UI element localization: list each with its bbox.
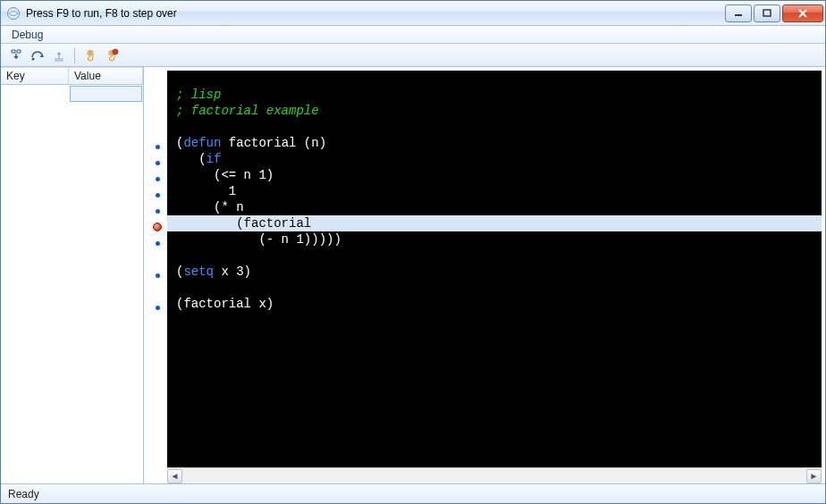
fold-marker-icon (156, 145, 160, 149)
gutter-row[interactable] (148, 235, 167, 251)
column-key[interactable]: Key (1, 67, 69, 85)
keyword-text: if (206, 152, 222, 166)
gutter-row[interactable] (148, 74, 167, 90)
gutter-row[interactable] (148, 155, 167, 171)
editor-area: ; lisp; factorial example(defun factoria… (144, 67, 825, 483)
column-value[interactable]: Value (69, 67, 143, 85)
code-area[interactable]: ; lisp; factorial example(defun factoria… (167, 71, 822, 467)
code-line[interactable]: (factorial (167, 215, 822, 231)
keyword-text: setq (183, 265, 214, 279)
fold-marker-icon (156, 306, 160, 310)
status-text: Ready (8, 488, 39, 500)
code-text: factorial (n) (221, 136, 326, 150)
stop-hand-button[interactable] (102, 46, 122, 65)
code-line[interactable]: (if (167, 151, 822, 167)
code-line[interactable]: (defun factorial (n) (167, 135, 822, 151)
fold-marker-icon (156, 161, 160, 165)
code-text: (factorial (176, 216, 311, 231)
variable-value-cell[interactable] (69, 85, 143, 103)
code-line[interactable] (167, 119, 822, 135)
window-title: Press F9 to run, F8 to step over (26, 7, 718, 20)
editor-scroll[interactable]: ; lisp; factorial example(defun factoria… (144, 67, 825, 467)
code-line[interactable]: (<= n 1) (167, 167, 822, 183)
variables-body (1, 85, 143, 483)
variable-value-input[interactable] (70, 86, 142, 102)
svg-rect-4 (55, 59, 63, 61)
gutter-row[interactable] (148, 171, 167, 187)
variables-header: Key Value (1, 67, 143, 85)
gutter-row[interactable] (148, 251, 167, 267)
scroll-right-arrow[interactable]: ► (806, 469, 822, 483)
fold-marker-icon (156, 273, 160, 278)
code-line[interactable]: (factorial x) (167, 296, 822, 312)
code-text: (<= n 1) (176, 168, 274, 182)
svg-point-3 (32, 57, 35, 60)
keyword-text: defun (183, 136, 221, 150)
gutter-row[interactable] (148, 106, 167, 122)
step-over-button[interactable] (28, 46, 47, 65)
gutter-row[interactable] (148, 187, 167, 203)
variable-key-cell[interactable] (1, 85, 69, 103)
toolbar-separator (74, 47, 75, 63)
svg-rect-2 (763, 10, 771, 16)
code-text: (- n 1))))) (176, 232, 341, 247)
gutter-row[interactable] (148, 139, 167, 155)
code-line[interactable] (167, 248, 822, 264)
step-into-button[interactable] (6, 46, 26, 65)
code-line[interactable]: (- n 1))))) (167, 231, 822, 248)
gutter-row[interactable] (148, 267, 167, 283)
svg-point-5 (113, 49, 118, 55)
app-icon (6, 6, 21, 21)
pause-hand-button[interactable] (80, 46, 100, 65)
titlebar: Press F9 to run, F8 to step over (1, 1, 825, 26)
fold-marker-icon (156, 241, 160, 246)
window-buttons (723, 4, 823, 22)
gutter-row[interactable] (148, 122, 167, 139)
statusbar: Ready (1, 483, 825, 503)
maximize-button[interactable] (754, 4, 780, 22)
gutter-row[interactable] (148, 299, 167, 315)
comment-text: ; lisp (176, 88, 221, 102)
editor-gutter[interactable] (148, 71, 167, 467)
gutter-row[interactable] (148, 219, 167, 235)
scroll-left-arrow[interactable]: ◄ (167, 469, 182, 483)
minimize-button[interactable] (725, 4, 752, 22)
code-line[interactable]: 1 (167, 183, 822, 199)
code-text: (factorial x) (176, 297, 274, 311)
gutter-row[interactable] (148, 203, 167, 219)
gutter-row[interactable] (148, 90, 167, 106)
variable-row[interactable] (1, 85, 143, 103)
code-text: 1 (176, 184, 236, 198)
code-line[interactable]: ; factorial example (167, 103, 822, 119)
fold-marker-icon (156, 209, 160, 214)
code-text: ( (176, 152, 206, 166)
gutter-row[interactable] (148, 283, 167, 299)
comment-text: ; factorial example (176, 104, 319, 118)
close-button[interactable] (782, 4, 823, 22)
fold-marker-icon (156, 193, 160, 197)
code-line[interactable] (167, 71, 822, 87)
code-line[interactable]: (* n (167, 199, 822, 215)
menu-debug[interactable]: Debug (4, 27, 50, 43)
main-split: Key Value ; lisp; factorial example(defu… (1, 67, 825, 483)
code-line[interactable]: ; lisp (167, 87, 822, 103)
code-text: x 3) (214, 265, 251, 279)
variables-panel: Key Value (1, 67, 144, 483)
step-out-button[interactable] (49, 46, 69, 65)
fold-marker-icon (156, 177, 160, 181)
scroll-track[interactable] (182, 469, 806, 483)
code-line[interactable] (167, 280, 822, 296)
horizontal-scrollbar[interactable]: ◄ ► (167, 467, 822, 483)
toolbar (1, 44, 825, 67)
menubar: Debug (1, 26, 825, 44)
code-line[interactable]: (setq x 3) (167, 264, 822, 280)
breakpoint-icon[interactable] (153, 223, 162, 231)
code-text: (* n (176, 200, 244, 214)
